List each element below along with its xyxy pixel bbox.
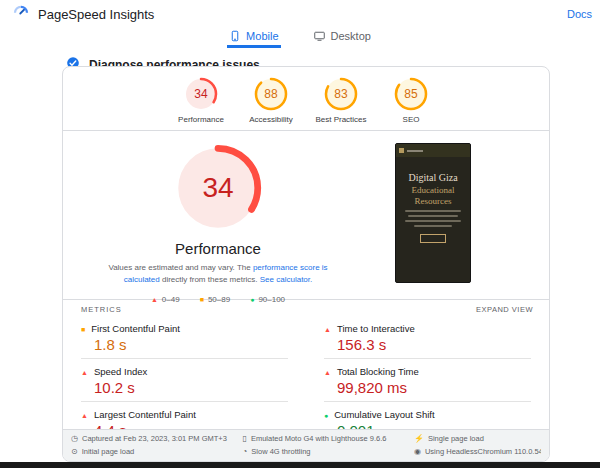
metric-total-blocking-time: Total Blocking Time 99,820 ms <box>324 359 531 402</box>
best-practices-score-gauge: 83 <box>324 77 358 111</box>
navbar-text-placeholder <box>407 150 423 152</box>
metric-name: First Contentful Paint <box>91 323 180 334</box>
page-icon: ⊙ <box>71 447 78 456</box>
env-chromium-version: ◉ Using HeadlessChromium 110.0.5481.77 w… <box>414 447 541 456</box>
performance-title: Performance <box>77 240 359 257</box>
score-legend: 0–49 50–89 90–100 <box>77 295 359 304</box>
stopwatch-icon: ◔ <box>242 447 247 456</box>
score-label: Accessibility <box>242 115 300 124</box>
site-subtitle: Educational Resources <box>396 185 470 207</box>
env-single-page-load: ⚡ Single page load <box>414 434 541 443</box>
triangle-icon <box>324 366 331 377</box>
metric-value: 1.8 s <box>94 336 288 353</box>
clock-icon: ◷ <box>71 434 78 443</box>
metric-value: 156.3 s <box>337 336 531 353</box>
score-performance[interactable]: 34 Performance <box>172 77 230 130</box>
metric-name: Largest Contentful Paint <box>94 409 196 420</box>
env-text: Emulated Moto G4 with Lighthouse 9.6.6 <box>251 434 387 443</box>
legend-fail: 0–49 <box>151 295 180 304</box>
score-label: Best Practices <box>312 115 370 124</box>
expand-view-button[interactable]: Expand view <box>476 305 533 314</box>
metric-first-contentful-paint: First Contentful Paint 1.8 s <box>81 316 288 359</box>
seo-score-gauge: 85 <box>394 77 428 111</box>
metric-value: 99,820 ms <box>337 379 531 396</box>
legend-average: 50–89 <box>200 295 230 304</box>
site-button-placeholder <box>420 234 446 243</box>
legend-range: 0–49 <box>162 295 180 304</box>
tab-desktop[interactable]: Desktop <box>311 30 373 48</box>
thumbnail-navbar <box>396 144 470 157</box>
phone-icon: ▯ <box>242 434 246 443</box>
pagespeed-gauge-icon <box>12 3 30 25</box>
device-tabs: Mobile Desktop <box>0 28 600 48</box>
performance-main-score: 34 <box>173 143 263 233</box>
text-placeholder <box>408 215 458 217</box>
circle-icon <box>250 295 254 304</box>
env-text: Captured at Feb 23, 2023, 3:01 PM GMT+3 <box>82 434 227 443</box>
text-placeholder <box>405 220 461 222</box>
env-text: Single page load <box>428 434 484 443</box>
site-title: Digital Giza <box>396 172 470 183</box>
circle-icon <box>324 409 328 420</box>
performance-summary: 34 Performance Values are estimated and … <box>77 143 359 299</box>
score-value: 83 <box>324 77 358 111</box>
env-text: Using HeadlessChromium 110.0.5481.77 wit… <box>425 447 541 456</box>
tab-mobile[interactable]: Mobile <box>227 30 280 48</box>
metrics-heading: METRICS <box>81 305 122 314</box>
performance-score-gauge: 34 <box>184 77 218 111</box>
environment-footer: ◷ Captured at Feb 23, 2023, 3:01 PM GMT+… <box>63 429 549 461</box>
performance-section: 34 Performance Values are estimated and … <box>63 131 549 299</box>
triangle-icon <box>81 409 88 420</box>
metric-name: Time to Interactive <box>337 323 415 334</box>
metrics-grid: First Contentful Paint 1.8 s Time to Int… <box>63 316 549 444</box>
desktop-monitor-icon <box>313 30 326 42</box>
score-value: 85 <box>394 77 428 111</box>
report-card: 34 Performance 88 Accessibility 83 Best … <box>62 66 550 462</box>
site-logo <box>399 148 404 153</box>
score-label: Performance <box>172 115 230 124</box>
tab-mobile-label: Mobile <box>246 30 278 42</box>
legend-range: 90–100 <box>258 295 285 304</box>
env-text: Initial page load <box>82 447 135 456</box>
score-value: 34 <box>184 77 218 111</box>
triangle-icon <box>324 323 331 334</box>
score-label: SEO <box>382 115 440 124</box>
performance-main-gauge: 34 <box>173 143 263 233</box>
metric-name: Speed Index <box>94 366 147 377</box>
score-seo[interactable]: 85 SEO <box>382 77 440 130</box>
page-screenshot-thumbnail: Digital Giza Educational Resources <box>395 143 471 283</box>
accessibility-score-gauge: 88 <box>254 77 288 111</box>
text-placeholder <box>414 225 452 227</box>
env-captured: ◷ Captured at Feb 23, 2023, 3:01 PM GMT+… <box>71 434 242 443</box>
metric-name: Total Blocking Time <box>337 366 419 377</box>
square-icon <box>200 295 204 304</box>
env-emulated-device: ▯ Emulated Moto G4 with Lighthouse 9.6.6 <box>242 434 413 443</box>
metric-time-to-interactive: Time to Interactive 156.3 s <box>324 316 531 359</box>
see-calculator-link[interactable]: See calculator. <box>260 275 312 284</box>
score-value: 88 <box>254 77 288 111</box>
chromium-icon: ◉ <box>414 447 421 456</box>
text-placeholder <box>405 210 461 212</box>
desc-text: directly from these metrics. <box>160 275 260 284</box>
triangle-icon <box>151 295 158 304</box>
triangle-icon <box>81 366 88 377</box>
env-text: Slow 4G throttling <box>251 447 310 456</box>
score-best-practices[interactable]: 83 Best Practices <box>312 77 370 130</box>
square-icon <box>81 323 85 334</box>
tab-desktop-label: Desktop <box>331 30 371 42</box>
score-accessibility[interactable]: 88 Accessibility <box>242 77 300 130</box>
performance-description: Values are estimated and may vary. The p… <box>104 262 332 286</box>
metric-name: Cumulative Layout Shift <box>334 409 434 420</box>
docs-link[interactable]: Docs <box>567 8 592 20</box>
metric-speed-index: Speed Index 10.2 s <box>81 359 288 402</box>
desc-text: Values are estimated and may vary. The <box>108 263 253 272</box>
metric-value: 10.2 s <box>94 379 288 396</box>
env-initial-page-load: ⊙ Initial page load <box>71 447 242 456</box>
legend-pass: 90–100 <box>250 295 285 304</box>
mobile-phone-icon <box>229 30 241 42</box>
env-throttling: ◔ Slow 4G throttling <box>242 447 413 456</box>
app-title: PageSpeed Insights <box>38 7 154 22</box>
bottom-black-bar <box>0 462 600 468</box>
lightning-icon: ⚡ <box>414 434 424 443</box>
app-header: PageSpeed Insights Docs <box>0 0 600 26</box>
